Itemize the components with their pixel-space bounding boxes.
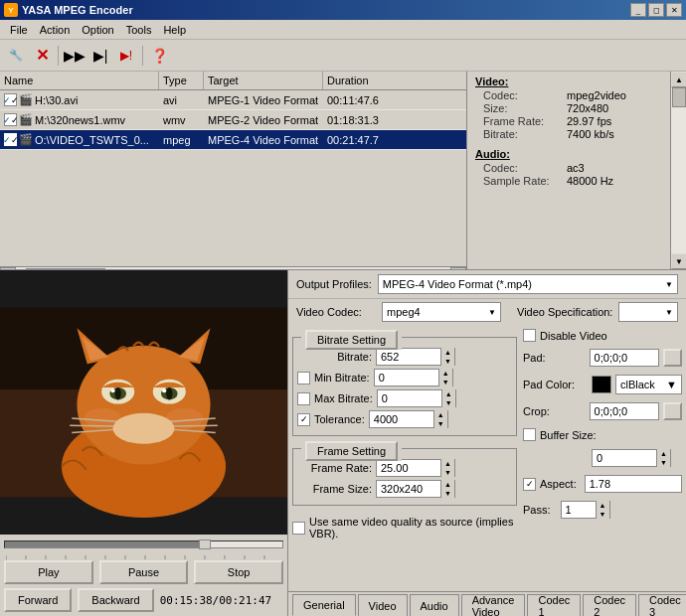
col-header-duration[interactable]: Duration (323, 72, 403, 89)
buffer-size-spin-up[interactable]: ▲ (657, 449, 670, 458)
tab-codec1[interactable]: Codec 1 (527, 594, 581, 616)
video-spec-select[interactable]: ▼ (618, 302, 678, 322)
titlebar-controls[interactable]: _ ◻ ✕ (630, 3, 682, 17)
tab-video[interactable]: Video (358, 594, 408, 616)
tab-codec3[interactable]: Codec 3 (638, 594, 686, 616)
pad-color-swatch[interactable] (592, 376, 611, 393)
max-bitrate-spin-down[interactable]: ▼ (442, 398, 455, 407)
max-bitrate-spinput[interactable]: 0 ▲ ▼ (377, 389, 456, 407)
framesize-spin-buttons[interactable]: ▲ ▼ (440, 480, 454, 498)
col-header-type[interactable]: Type (159, 72, 204, 89)
stop-button[interactable]: Stop (194, 560, 283, 584)
pause-button[interactable]: Pause (99, 560, 189, 584)
video-info-vscrollbar[interactable]: ▲ ▼ (670, 72, 686, 269)
toolbar-help-button[interactable]: ❓ (147, 44, 171, 68)
min-bitrate-spin-buttons[interactable]: ▲ ▼ (438, 369, 452, 386)
vscroll-down-button[interactable]: ▼ (671, 253, 686, 269)
pass-spin-buttons[interactable]: ▲ ▼ (596, 501, 609, 519)
aspect-input[interactable] (585, 475, 682, 493)
tolerance-checkbox[interactable] (297, 413, 310, 426)
menu-option[interactable]: Option (76, 22, 119, 38)
aspect-checkbox[interactable] (523, 478, 536, 491)
bitrate-spinput[interactable]: 652 ▲ ▼ (376, 348, 455, 366)
toolbar-encode1-button[interactable]: ▶▶ (63, 44, 86, 68)
tolerance-spin-down[interactable]: ▼ (434, 419, 447, 428)
frame-setting-button[interactable]: Frame Setting (305, 441, 398, 461)
table-row[interactable]: ✓ 🎬 O:\VIDEO_TSWTS_0... mpeg MPEG-4 Vide… (0, 130, 466, 150)
file-checkbox-2[interactable]: ✓ (4, 113, 17, 126)
bitrate-spin-buttons[interactable]: ▲ ▼ (440, 348, 454, 366)
col-header-name[interactable]: Name (0, 72, 159, 89)
close-button[interactable]: ✕ (666, 3, 682, 17)
profiles-select[interactable]: MPEG-4 Video Format (*.mp4) ▼ (378, 274, 678, 294)
max-bitrate-spin-up[interactable]: ▲ (442, 389, 455, 398)
menu-tools[interactable]: Tools (120, 22, 158, 38)
toolbar-encode3-button[interactable]: ▶! (114, 44, 138, 68)
buffer-size-spin-down[interactable]: ▼ (657, 458, 670, 467)
tab-codec2[interactable]: Codec 2 (583, 594, 636, 616)
file-checkbox-3[interactable]: ✓ (4, 133, 17, 146)
bitrate-spin-up[interactable]: ▲ (441, 348, 454, 357)
tab-generial[interactable]: Generial (292, 594, 356, 616)
progress-thumb[interactable] (199, 539, 211, 549)
framerate-spin-buttons[interactable]: ▲ ▼ (440, 459, 454, 477)
restore-button[interactable]: ◻ (648, 3, 664, 17)
buffer-size-checkbox[interactable] (523, 428, 536, 441)
framesize-spinput[interactable]: 320x240 ▲ ▼ (376, 480, 455, 498)
framerate-spinput[interactable]: 25.00 ▲ ▼ (376, 459, 455, 477)
framerate-spin-down[interactable]: ▼ (441, 468, 454, 477)
framesize-spin-up[interactable]: ▲ (441, 480, 454, 489)
minimize-button[interactable]: _ (630, 3, 646, 17)
tab-audio[interactable]: Audio (410, 594, 459, 616)
menu-action[interactable]: Action (34, 22, 77, 38)
play-button[interactable]: Play (4, 560, 93, 584)
min-bitrate-spin-up[interactable]: ▲ (439, 369, 452, 378)
tolerance-spinput[interactable]: 4000 ▲ ▼ (369, 410, 448, 428)
pad-button[interactable] (663, 349, 682, 367)
buffer-size-spinput[interactable]: 0 ▲ ▼ (592, 449, 671, 467)
pass-spinput[interactable]: 1 ▲ ▼ (561, 501, 610, 519)
tolerance-spin-up[interactable]: ▲ (434, 410, 447, 419)
hscroll-right-button[interactable]: ▶ (450, 267, 466, 270)
min-bitrate-spin-down[interactable]: ▼ (439, 378, 452, 386)
hscroll-thumb[interactable] (26, 268, 105, 270)
max-bitrate-spin-buttons[interactable]: ▲ ▼ (441, 389, 455, 407)
bitrate-setting-button[interactable]: Bitrate Setting (305, 330, 398, 350)
hscroll-track[interactable] (16, 267, 450, 270)
crop-button[interactable] (663, 402, 682, 420)
vbr-checkbox[interactable] (292, 522, 305, 535)
tolerance-spin-buttons[interactable]: ▲ ▼ (433, 410, 447, 428)
pass-spin-down[interactable]: ▼ (597, 510, 609, 519)
max-bitrate-checkbox[interactable] (297, 392, 310, 405)
buffer-size-spin-buttons[interactable]: ▲ ▼ (656, 449, 670, 467)
framesize-spin-down[interactable]: ▼ (441, 489, 454, 498)
vscroll-up-button[interactable]: ▲ (671, 72, 686, 87)
tab-advance-video[interactable]: Advance Video (461, 594, 526, 616)
file-checkbox-1[interactable]: ✓ (4, 93, 17, 106)
file-list-hscrollbar[interactable]: ◀ ▶ (0, 266, 466, 269)
toolbar-delete-button[interactable]: ✕ (30, 44, 54, 68)
framerate-spin-up[interactable]: ▲ (441, 459, 454, 468)
backward-button[interactable]: Backward (78, 588, 153, 612)
menu-help[interactable]: Help (157, 22, 192, 38)
forward-button[interactable]: Forward (4, 588, 72, 612)
table-row[interactable]: ✓ 🎬 M:\320news1.wmv wmv MPEG-2 Video For… (0, 110, 466, 130)
progress-bar[interactable] (4, 540, 283, 548)
min-bitrate-spinput[interactable]: 0 ▲ ▼ (374, 369, 453, 386)
vscroll-track[interactable] (671, 87, 686, 253)
col-header-target[interactable]: Target (204, 72, 323, 89)
hscroll-left-button[interactable]: ◀ (0, 267, 16, 270)
toolbar-settings-button[interactable]: 🔧 (4, 44, 28, 68)
menu-file[interactable]: File (4, 22, 34, 38)
pad-color-select[interactable]: clBlack ▼ (615, 375, 682, 394)
vscroll-thumb[interactable] (672, 87, 686, 107)
bitrate-spin-down[interactable]: ▼ (441, 357, 454, 366)
crop-input[interactable] (590, 402, 659, 420)
video-codec-select[interactable]: mpeg4 ▼ (382, 302, 501, 322)
table-row[interactable]: ✓ 🎬 H:\30.avi avi MPEG-1 Video Format 00… (0, 90, 466, 110)
pad-input[interactable] (590, 349, 659, 367)
pass-spin-up[interactable]: ▲ (597, 501, 609, 510)
min-bitrate-checkbox[interactable] (297, 372, 310, 385)
disable-video-checkbox[interactable] (523, 329, 536, 342)
toolbar-encode2-button[interactable]: ▶| (88, 44, 112, 68)
